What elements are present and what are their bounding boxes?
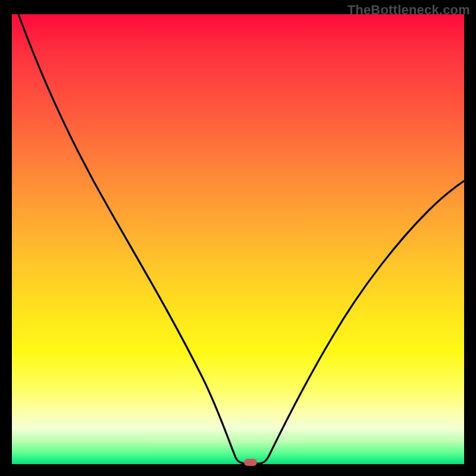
chart-frame: TheBottleneck.com [0,0,476,476]
optimal-point-marker [244,459,257,466]
bottleneck-curve [18,14,464,464]
watermark-text: TheBottleneck.com [347,2,470,18]
curve-svg [12,14,464,464]
plot-area [12,14,464,464]
